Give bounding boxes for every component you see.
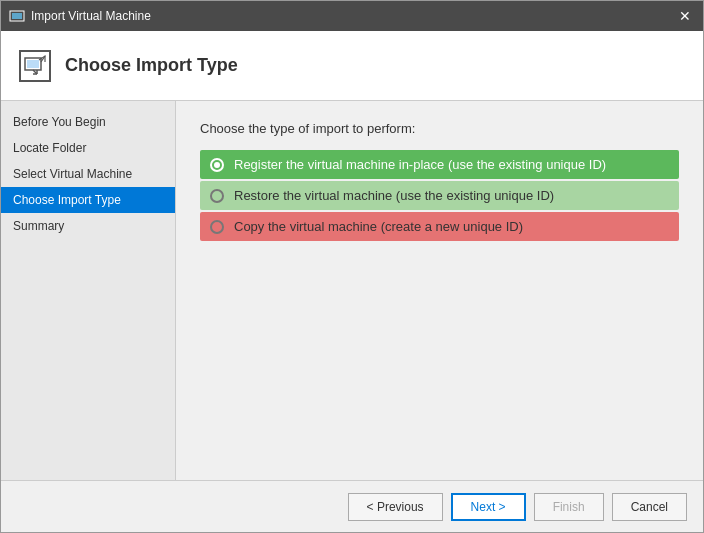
option-register-inplace[interactable]: Register the virtual machine in-place (u… (200, 150, 679, 179)
sidebar-item-before-you-begin[interactable]: Before You Begin (1, 109, 175, 135)
import-virtual-machine-window: Import Virtual Machine ✕ Choose Import T… (0, 0, 704, 533)
sidebar-item-summary[interactable]: Summary (1, 213, 175, 239)
svg-rect-3 (27, 60, 39, 68)
finish-button: Finish (534, 493, 604, 521)
header-icon (19, 50, 51, 82)
footer: < Previous Next > Finish Cancel (1, 480, 703, 532)
option-restore-existing-id-label: Restore the virtual machine (use the exi… (234, 188, 554, 203)
option-copy-new-id[interactable]: Copy the virtual machine (create a new u… (200, 212, 679, 241)
cancel-button[interactable]: Cancel (612, 493, 687, 521)
next-button[interactable]: Next > (451, 493, 526, 521)
option-copy-new-id-label: Copy the virtual machine (create a new u… (234, 219, 523, 234)
window-title: Import Virtual Machine (31, 9, 675, 23)
page-title: Choose Import Type (65, 55, 238, 76)
option-register-inplace-label: Register the virtual machine in-place (u… (234, 157, 606, 172)
previous-button[interactable]: < Previous (348, 493, 443, 521)
main-content: Choose the type of import to perform: Re… (176, 101, 703, 480)
radio-copy-new-id[interactable] (210, 220, 224, 234)
sidebar-item-select-virtual-machine[interactable]: Select Virtual Machine (1, 161, 175, 187)
sidebar: Before You Begin Locate Folder Select Vi… (1, 101, 176, 480)
content-area: Before You Begin Locate Folder Select Vi… (1, 101, 703, 480)
window-icon (9, 8, 25, 24)
radio-restore-existing-id[interactable] (210, 189, 224, 203)
svg-rect-1 (12, 13, 22, 19)
main-instruction: Choose the type of import to perform: (200, 121, 679, 136)
option-restore-existing-id[interactable]: Restore the virtual machine (use the exi… (200, 181, 679, 210)
sidebar-item-choose-import-type[interactable]: Choose Import Type (1, 187, 175, 213)
sidebar-item-locate-folder[interactable]: Locate Folder (1, 135, 175, 161)
title-bar: Import Virtual Machine ✕ (1, 1, 703, 31)
page-header: Choose Import Type (1, 31, 703, 101)
radio-register-inplace[interactable] (210, 158, 224, 172)
close-button[interactable]: ✕ (675, 6, 695, 26)
